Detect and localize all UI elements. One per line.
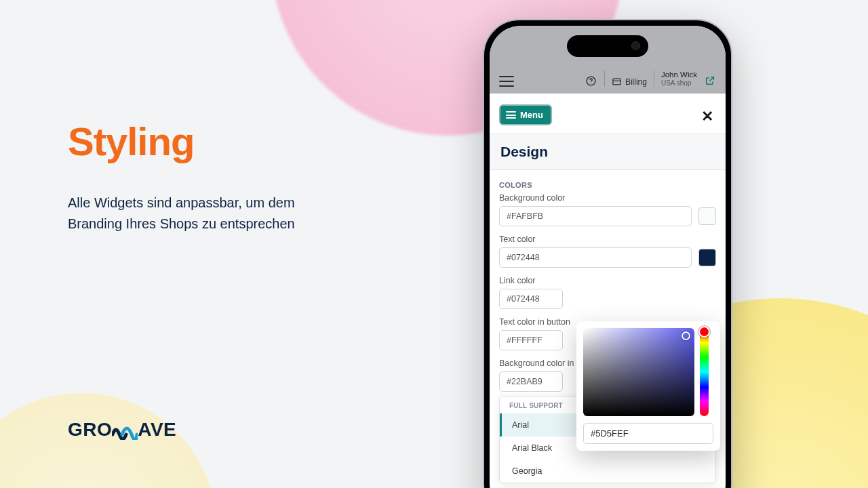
logo-text-post: AVE (138, 419, 176, 440)
menu-bar: Menu ✕ (490, 94, 726, 134)
btn-text-color-input[interactable] (499, 330, 563, 350)
help-icon[interactable] (585, 75, 597, 87)
page-subtitle: Alle Widgets sind anpassbar, um dem Bran… (68, 192, 353, 235)
color-picker-hue-cursor[interactable] (698, 326, 710, 338)
svg-point-1 (591, 83, 591, 83)
billing-label: Billing (625, 77, 647, 87)
color-picker-sv-area[interactable] (583, 328, 694, 416)
bg-blob-yellow-small (0, 393, 217, 488)
content-area: Menu ✕ Design COLORS Background color Te… (490, 94, 726, 488)
section-heading-design: Design (490, 134, 726, 170)
colors-section-label: COLORS (499, 181, 716, 189)
link-color-label: Link color (499, 276, 716, 285)
menu-button-label: Menu (520, 110, 543, 120)
user-shop: USA shop (661, 79, 697, 87)
color-picker-hex-input[interactable] (583, 423, 713, 444)
logo-text-pre: GRO (68, 419, 112, 440)
field-background-color: Background color (499, 193, 716, 226)
phone-notch (567, 35, 648, 57)
text-color-label: Text color (499, 235, 716, 244)
close-icon[interactable]: ✕ (701, 105, 716, 125)
billing-link[interactable]: Billing (612, 77, 647, 87)
link-color-input[interactable] (499, 289, 563, 309)
appbar-separator (604, 70, 605, 87)
menu-button[interactable]: Menu (499, 104, 552, 125)
page-title: Styling (68, 119, 353, 164)
user-name: John Wick (661, 70, 697, 79)
appbar-separator (654, 70, 654, 87)
color-picker-hue-slider[interactable] (700, 328, 709, 416)
svg-rect-2 (613, 79, 620, 85)
btn-bg-color-input[interactable] (499, 371, 563, 392)
marketing-copy: Styling Alle Widgets sind anpassbar, um … (68, 119, 353, 235)
logo-wave-icon (112, 421, 138, 440)
bg-color-label: Background color (499, 193, 716, 203)
hamburger-icon[interactable] (499, 76, 514, 87)
bg-color-swatch[interactable] (698, 207, 716, 225)
color-picker (576, 321, 720, 451)
field-link-color: Link color (499, 276, 716, 309)
font-option-georgia[interactable]: Georgia (500, 460, 715, 483)
text-color-input[interactable] (499, 247, 692, 268)
text-color-swatch[interactable] (698, 249, 716, 266)
color-picker-sv-cursor[interactable] (682, 331, 690, 340)
field-text-color: Text color (499, 235, 716, 268)
billing-icon (612, 77, 622, 87)
growave-logo: GROAVE (68, 419, 176, 441)
phone-screen: Billing John Wick USA shop Menu ✕ Design (490, 26, 726, 488)
bg-color-input[interactable] (499, 206, 692, 226)
phone-frame: Billing John Wick USA shop Menu ✕ Design (483, 19, 732, 488)
menu-lines-icon (506, 111, 516, 119)
external-link-icon[interactable] (704, 75, 716, 87)
user-block[interactable]: John Wick USA shop (661, 70, 697, 87)
